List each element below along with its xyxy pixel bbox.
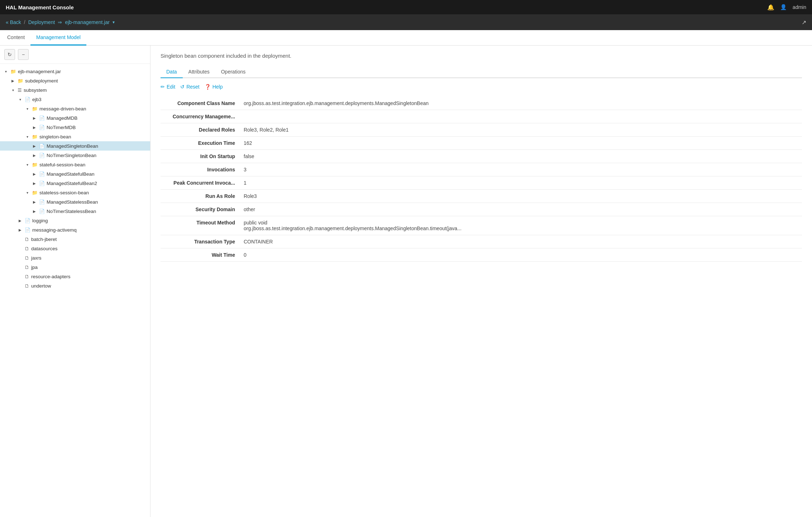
tree-node-ejb-management-jar[interactable]: ▾ 📁 ejb-management.jar bbox=[0, 67, 150, 76]
tree-node-stateful-session-bean[interactable]: ▾ 📁 stateful-session-bean bbox=[0, 160, 150, 169]
node-label: ejb3 bbox=[32, 97, 42, 102]
tree-node-no-timer-mdb[interactable]: ▶ 📄 NoTimerMDB bbox=[0, 123, 150, 132]
external-link-icon[interactable]: ↗ bbox=[802, 19, 806, 26]
tree-node-stateless-session-bean[interactable]: ▾ 📁 stateless-session-bean bbox=[0, 188, 150, 197]
folder-icon: 📁 bbox=[32, 190, 38, 195]
expand-icon: ▾ bbox=[24, 162, 30, 167]
table-row: Wait Time 0 bbox=[161, 248, 802, 262]
node-label: message-driven-bean bbox=[39, 106, 86, 112]
table-key: Peak Concurrent Invoca... bbox=[161, 176, 239, 190]
file-icon: 📄 bbox=[39, 171, 45, 177]
file-plain-icon: 🗋 bbox=[25, 274, 29, 279]
expand-icon: ▶ bbox=[32, 115, 37, 121]
tree-node-logging[interactable]: ▶ 📄 logging bbox=[0, 216, 150, 225]
inner-tabs: Data Attributes Operations bbox=[161, 66, 802, 78]
node-label: NoTimerMDB bbox=[47, 125, 76, 130]
expand-icon: ▾ bbox=[24, 190, 30, 195]
tree-node-singleton-bean[interactable]: ▾ 📁 singleton-bean bbox=[0, 132, 150, 141]
expand-icon: ▶ bbox=[32, 180, 37, 186]
table-key: Transaction Type bbox=[161, 235, 239, 248]
help-icon: ❓ bbox=[205, 84, 211, 90]
file-icon: 📄 bbox=[39, 181, 45, 186]
file-icon: 📄 bbox=[39, 153, 45, 158]
tab-content[interactable]: Content bbox=[1, 30, 30, 46]
breadcrumb-bar: « Back / Deployment ⇒ ejb-management.jar… bbox=[0, 14, 812, 30]
reset-button[interactable]: ↺ Reset bbox=[180, 84, 200, 90]
help-label: Help bbox=[212, 84, 223, 90]
file-plain-icon: 🗋 bbox=[25, 255, 29, 261]
panel-description: Singleton bean component included in the… bbox=[161, 53, 802, 59]
tree-node-managed-stateful-bean[interactable]: ▶ 📄 ManagedStatefulBean bbox=[0, 169, 150, 179]
expand-icon: ▾ bbox=[24, 134, 30, 139]
tree-node-managed-stateless-bean[interactable]: ▶ 📄 ManagedStatelessBean bbox=[0, 197, 150, 207]
table-row: Execution Time 162 bbox=[161, 137, 802, 150]
table-key: Run As Role bbox=[161, 190, 239, 203]
tree-node-ejb3[interactable]: ▾ 📄 ejb3 bbox=[0, 95, 150, 104]
inner-tab-operations[interactable]: Operations bbox=[215, 66, 251, 78]
tree-node-jpa[interactable]: ▶ 🗋 jpa bbox=[0, 262, 150, 272]
top-bar-left: HAL Management Console bbox=[6, 4, 74, 10]
tree-node-managed-mdb[interactable]: ▶ 📄 ManagedMDB bbox=[0, 113, 150, 123]
tree-node-message-driven-bean[interactable]: ▾ 📁 message-driven-bean bbox=[0, 104, 150, 113]
tree-node-undertow[interactable]: ▶ 🗋 undertow bbox=[0, 281, 150, 290]
expand-icon: ▾ bbox=[24, 106, 30, 112]
tree-node-no-timer-singleton-bean[interactable]: ▶ 📄 NoTimerSingletonBean bbox=[0, 151, 150, 160]
help-button[interactable]: ❓ Help bbox=[205, 84, 223, 90]
edit-button[interactable]: ✏ Edit bbox=[161, 84, 175, 90]
tree-node-messaging-activemq[interactable]: ▶ 📄 messaging-activemq bbox=[0, 225, 150, 234]
expand-icon: ▶ bbox=[32, 208, 37, 214]
node-label: subdeployment bbox=[25, 78, 58, 84]
tab-management-model[interactable]: Management Model bbox=[30, 30, 86, 46]
collapse-button[interactable]: − bbox=[18, 49, 29, 60]
table-key: Component Class Name bbox=[161, 97, 239, 110]
inner-tab-attributes[interactable]: Attributes bbox=[183, 66, 215, 78]
tree-node-batch-jberet[interactable]: ▶ 🗋 batch-jberet bbox=[0, 234, 150, 244]
tree-node-resource-adapters[interactable]: ▶ 🗋 resource-adapters bbox=[0, 272, 150, 281]
tree-node-subdeployment[interactable]: ▶ 📁 subdeployment bbox=[0, 76, 150, 85]
refresh-button[interactable]: ↻ bbox=[4, 49, 15, 60]
tree-node-no-timer-stateless-bean[interactable]: ▶ 📄 NoTimerStatelessBean bbox=[0, 207, 150, 216]
expand-icon: ▾ bbox=[10, 87, 16, 93]
action-buttons: ✏ Edit ↺ Reset ❓ Help bbox=[161, 84, 802, 90]
expand-icon: ▶ bbox=[32, 124, 37, 130]
tree-node-managed-stateful-bean2[interactable]: ▶ 📄 ManagedStatefulBean2 bbox=[0, 179, 150, 188]
file-icon: 📄 bbox=[39, 209, 45, 214]
top-bar-right: 🔔 👤 admin bbox=[767, 4, 806, 11]
back-button[interactable]: « Back bbox=[6, 19, 21, 25]
expand-icon: ▶ bbox=[17, 227, 23, 233]
folder-icon: 📁 bbox=[32, 134, 38, 139]
file-plain-icon: 🗋 bbox=[25, 246, 29, 251]
table-row: Component Class Name org.jboss.as.test.i… bbox=[161, 97, 802, 110]
table-value: Role3 bbox=[239, 190, 802, 203]
expand-icon: ▶ bbox=[32, 171, 37, 177]
node-label: messaging-activemq bbox=[32, 227, 77, 233]
reset-label: Reset bbox=[186, 84, 200, 90]
expand-icon: ▶ bbox=[32, 199, 37, 205]
node-label: NoTimerStatelessBean bbox=[47, 209, 96, 214]
file-icon: 📄 bbox=[39, 125, 45, 130]
tree: ▾ 📁 ejb-management.jar ▶ 📁 subdeployment… bbox=[0, 64, 150, 293]
node-label: subsystem bbox=[24, 87, 47, 93]
inner-tab-data[interactable]: Data bbox=[161, 66, 183, 78]
table-key: Security Domain bbox=[161, 203, 239, 216]
node-label: stateful-session-bean bbox=[39, 162, 85, 167]
bell-icon[interactable]: 🔔 bbox=[767, 4, 774, 11]
file-plain-icon: 🗋 bbox=[25, 283, 29, 289]
tree-node-jaxrs[interactable]: ▶ 🗋 jaxrs bbox=[0, 253, 150, 262]
file-icon: 📄 bbox=[25, 97, 30, 102]
expand-icon: ▶ bbox=[32, 143, 37, 149]
table-value: 1 bbox=[239, 176, 802, 190]
reset-icon: ↺ bbox=[180, 84, 185, 90]
breadcrumb-deployment[interactable]: Deployment bbox=[28, 19, 55, 25]
file-icon: 📄 bbox=[25, 218, 30, 223]
sidebar: ↻ − ▾ 📁 ejb-management.jar ▶ 📁 subdeploy… bbox=[0, 46, 151, 517]
breadcrumb-arrow: ⇒ bbox=[58, 19, 62, 25]
breadcrumb-jar[interactable]: ejb-management.jar bbox=[65, 19, 110, 25]
tree-node-datasources[interactable]: ▶ 🗋 datasources bbox=[0, 244, 150, 253]
tree-node-managed-singleton-bean[interactable]: ▶ 📄 ManagedSingletonBean bbox=[0, 141, 150, 151]
folder-icon: 📁 bbox=[32, 162, 38, 167]
breadcrumb-dropdown-icon[interactable]: ▾ bbox=[113, 20, 115, 25]
tree-node-subsystem[interactable]: ▾ ☰ subsystem bbox=[0, 85, 150, 95]
table-key: Declared Roles bbox=[161, 123, 239, 137]
outer-tab-row: Content Management Model bbox=[0, 30, 812, 46]
